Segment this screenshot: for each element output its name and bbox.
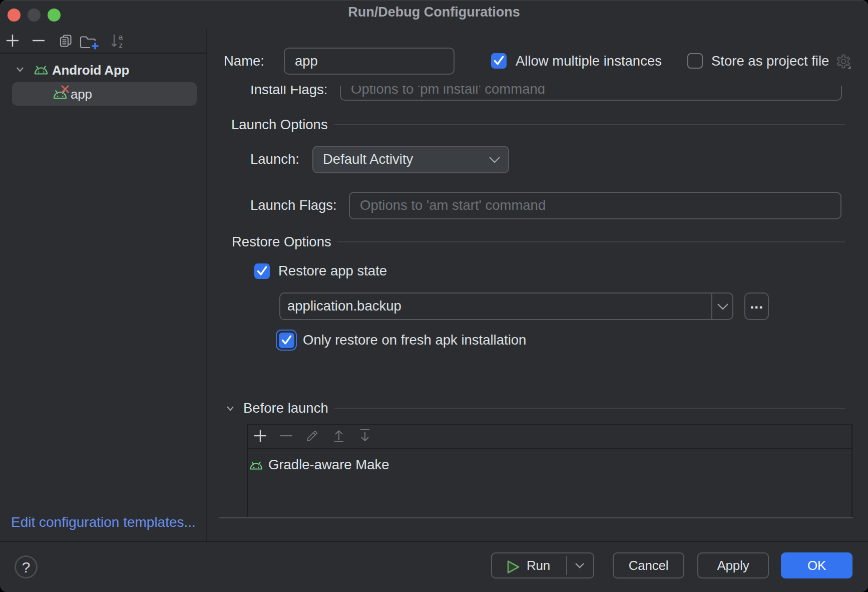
svg-text:a: a [119,34,123,41]
svg-text:z: z [119,41,123,49]
